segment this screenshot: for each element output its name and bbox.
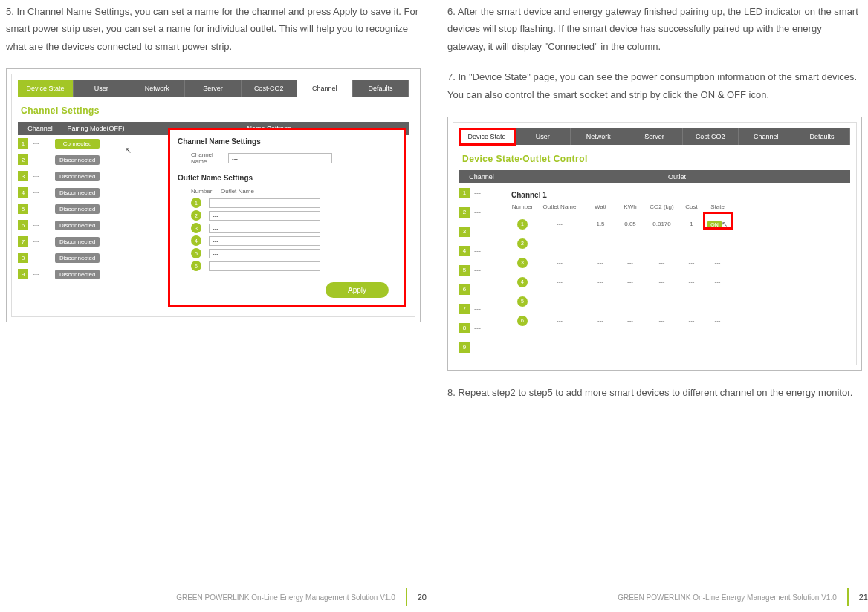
section-title: Channel Settings (21, 105, 415, 116)
outlet-name-input[interactable] (209, 224, 320, 233)
outlet-name-input[interactable] (209, 249, 320, 258)
status-badge: Connected (55, 139, 100, 149)
status-badge: Disconnected (55, 172, 100, 181)
channel-number: 3 (18, 171, 28, 181)
channel-row[interactable]: 5--- (459, 261, 504, 280)
tab-channel[interactable]: Channel (739, 128, 794, 145)
outlet-name-row: 1 (191, 198, 396, 208)
channel-row[interactable]: 1--- (459, 183, 504, 203)
data-header: Number Outlet Name Watt KWh CO2 (kg) Cos… (511, 204, 850, 210)
screenshot-device-state: Device StateUserNetworkServerCost·CO2Cha… (447, 117, 862, 371)
channel-number: 1 (18, 138, 28, 149)
status-badge: Disconnected (55, 221, 100, 230)
status-badge: Disconnected (55, 188, 100, 198)
channel-row[interactable]: 6--- (459, 280, 504, 299)
outlet-name-row: 4 (191, 235, 396, 246)
channel-number: 2 (459, 207, 470, 218)
name-settings-panel: Channel Name Settings Channel Name Outle… (168, 128, 406, 307)
cursor-icon: ↖ (125, 146, 132, 155)
tab-defaults[interactable]: Defaults (353, 80, 409, 97)
tab-device-state[interactable]: Device State (18, 80, 74, 97)
outlet-number: 4 (517, 277, 528, 287)
right-page: 6. After the smart device and energy gat… (434, 0, 868, 612)
status-badge: Disconnected (55, 253, 100, 263)
status-badge: Disconnected (55, 204, 100, 214)
panel-title: Channel Name Settings (178, 137, 396, 146)
channel-row[interactable]: 9--- (459, 338, 504, 357)
tab-server[interactable]: Server (185, 80, 241, 97)
tab-cost-co2[interactable]: Cost·CO2 (242, 80, 297, 97)
step-5: 5. In Channel Name Settings, you can set… (6, 3, 421, 55)
outlet-number: 1 (517, 219, 528, 230)
channel-name-label: Channel Name (191, 152, 228, 165)
channel-number: 7 (18, 236, 28, 247)
footer-left: GREEN POWERLINK On-Line Energy Managemen… (176, 588, 427, 606)
outlet-number: 1 (191, 198, 201, 208)
channel-name-input[interactable] (228, 153, 332, 163)
outlet-data-row: 4------------------ (511, 273, 850, 292)
outlet-name-row: 2 (191, 210, 396, 221)
channel-number: 7 (459, 304, 470, 314)
step-6: 6. After the smart device and energy gat… (447, 3, 862, 55)
channel-number: 4 (459, 246, 470, 256)
outlet-data-row: 6------------------ (511, 311, 850, 331)
outlet-name-row: 6 (191, 261, 396, 271)
step-7: 7. In "Device State" page, you can see t… (447, 68, 862, 103)
outlet-name-row: 5 (191, 248, 396, 258)
apply-button[interactable]: Apply (326, 282, 389, 298)
tab-network[interactable]: Network (571, 128, 626, 145)
outlet-name-input[interactable] (209, 198, 320, 208)
tab-server[interactable]: Server (626, 128, 682, 145)
tab-channel[interactable]: Channel (297, 80, 353, 97)
outlet-number: 3 (517, 258, 528, 268)
outlet-settings-title: Outlet Name Settings (178, 174, 396, 182)
channel-row[interactable]: 8--- (459, 319, 504, 338)
outlet-name-row: 3 (191, 223, 396, 233)
tab-bar: Device StateUserNetworkServerCost·CO2Cha… (459, 128, 850, 145)
tab-bar: Device StateUserNetworkServerCost·CO2Cha… (18, 80, 409, 97)
tab-user[interactable]: User (515, 128, 571, 145)
tab-network[interactable]: Network (129, 80, 185, 97)
outlet-column: Channel 1 Number Outlet Name Watt KWh CO… (511, 183, 850, 331)
outlet-data-row: 2------------------ (511, 234, 850, 253)
outlet-data-row: 1---1.50.050.01701ON↖ (511, 215, 850, 234)
on-button[interactable]: ON (707, 221, 722, 229)
channel-row[interactable]: 2--- (459, 203, 504, 222)
table-header: Channel Outlet (459, 170, 850, 183)
status-badge: Disconnected (55, 155, 100, 165)
outlet-number: 4 (191, 235, 201, 246)
outlet-number: 5 (191, 248, 201, 258)
channel-number: 6 (18, 220, 28, 230)
outlet-number: 2 (191, 210, 201, 221)
tab-device-state[interactable]: Device State (459, 128, 515, 145)
channel-number: 2 (18, 154, 28, 165)
channel-row[interactable]: 3--- (459, 222, 504, 241)
outlet-name-input[interactable] (209, 236, 320, 246)
channel-number: 1 (459, 188, 470, 198)
channel-number: 3 (459, 227, 470, 237)
outlet-data-row: 3------------------ (511, 253, 850, 273)
channel-number: 8 (459, 323, 470, 333)
channel-number: 9 (459, 342, 470, 353)
channel-row[interactable]: 7--- (459, 299, 504, 319)
channel-number: 8 (18, 253, 28, 263)
tab-cost-co2[interactable]: Cost·CO2 (683, 128, 739, 145)
channel-number: 9 (18, 269, 28, 279)
channel-row[interactable]: 4--- (459, 241, 504, 261)
outlet-number: 5 (517, 296, 528, 307)
left-page: 5. In Channel Name Settings, you can set… (0, 0, 434, 612)
outlet-number: 6 (517, 316, 528, 326)
cursor-icon: ↖ (722, 220, 728, 228)
channel-number: 5 (18, 204, 28, 214)
tab-user[interactable]: User (74, 80, 129, 97)
footer-right: GREEN POWERLINK On-Line Energy Managemen… (618, 588, 868, 606)
outlet-number: 3 (191, 223, 201, 233)
tab-defaults[interactable]: Defaults (794, 128, 850, 145)
status-badge: Disconnected (55, 237, 100, 247)
outlet-name-input[interactable] (209, 211, 320, 221)
channel-1-title: Channel 1 (511, 191, 850, 199)
channel-column: 1---2---3---4---5---6---7---8---9--- (459, 183, 504, 357)
outlet-number: 2 (517, 238, 528, 249)
outlet-name-input[interactable] (209, 261, 320, 271)
channel-number: 4 (18, 187, 28, 198)
